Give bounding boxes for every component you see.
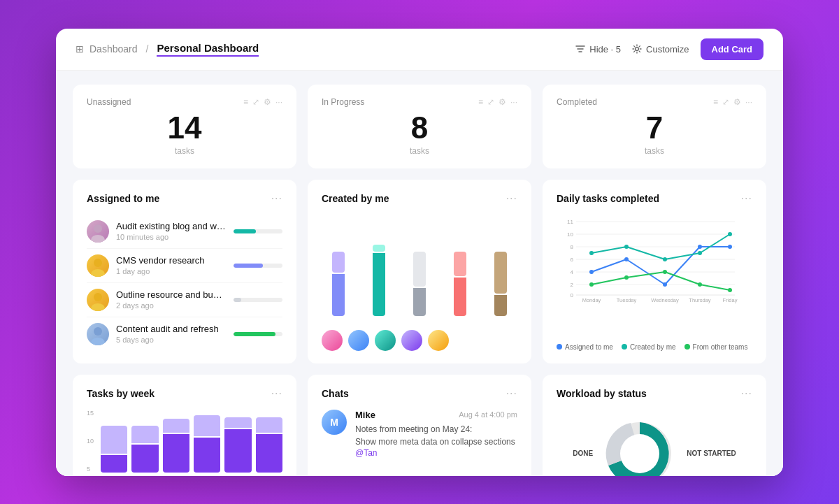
bottom-row: Tasks by week ··· 15 10 5	[73, 375, 766, 476]
breadcrumb-separator: /	[146, 43, 149, 55]
mini-avatar-5	[428, 330, 449, 351]
avatar	[87, 254, 109, 277]
mini-avatar-1	[322, 330, 343, 351]
task-name: Audit existing blog and website	[116, 221, 227, 231]
created-menu[interactable]: ···	[506, 192, 517, 205]
svg-text:8: 8	[571, 244, 574, 250]
add-card-button[interactable]: Add Card	[701, 38, 764, 60]
created-title: Created by me	[322, 193, 389, 204]
chats-menu[interactable]: ···	[506, 387, 517, 400]
chat-item: M Mike Aug 4 at 4:00 pm Notes from meeti…	[322, 410, 517, 458]
pie-label-not-started: NOT STARTED	[687, 449, 736, 457]
bar-segment-bot	[373, 253, 385, 316]
filter-icon-stat2[interactable]: ≡	[478, 97, 483, 107]
bar-stack	[322, 252, 355, 316]
progress-bar-wrap	[234, 298, 282, 302]
chart-legend: Assigned to me Created by me From other …	[557, 343, 752, 351]
svg-point-28	[589, 270, 594, 274]
legend-item-other: From other teams	[684, 343, 748, 351]
task-info: Content audit and refresh 5 days ago	[116, 324, 227, 344]
settings-icon-stat3[interactable]: ⚙	[733, 97, 741, 107]
chat-avatar: M	[322, 410, 347, 435]
stat-number-unassigned: 14	[87, 113, 282, 143]
widgets-row: Assigned to me ··· Audit existing blog a…	[73, 180, 766, 363]
svg-point-6	[91, 303, 105, 311]
breadcrumb-dashboard[interactable]: Dashboard	[89, 43, 138, 55]
svg-point-3	[94, 259, 102, 267]
workload-menu[interactable]: ···	[741, 387, 752, 400]
svg-point-0	[636, 48, 639, 51]
mini-avatar-3	[375, 330, 396, 351]
assigned-menu[interactable]: ···	[271, 192, 282, 205]
mini-avatar-4	[401, 330, 422, 351]
task-progress	[234, 332, 282, 336]
avatar	[87, 220, 109, 243]
main-content: Unassigned ≡ ⤢ ⚙ ··· 14 tasks In Progres…	[56, 71, 783, 476]
stat-card-unassigned: Unassigned ≡ ⤢ ⚙ ··· 14 tasks	[73, 85, 296, 168]
chart-bar-4	[443, 252, 477, 316]
bar-segment-top	[454, 252, 466, 276]
task-info: Outline resource and budget needs 2 days…	[116, 289, 227, 310]
stat-label-unassigned: Unassigned	[87, 97, 131, 107]
bar-segment-bot	[332, 274, 345, 316]
task-progress	[234, 264, 282, 268]
svg-point-8	[91, 338, 105, 345]
week-bar-3	[163, 419, 189, 473]
bar-segment-bot	[494, 295, 507, 316]
header-left: ⊞ Dashboard / Personal Dashboard	[76, 42, 259, 57]
svg-point-30	[663, 282, 667, 287]
svg-point-41	[698, 282, 702, 287]
stat-sublabel-inprogress: tasks	[322, 146, 517, 156]
pie-wrap: DONE NOT STARTED	[557, 415, 752, 476]
chart-bar-5	[484, 252, 517, 316]
tasks-by-week-menu[interactable]: ···	[271, 387, 282, 400]
chat-mention[interactable]: @Tan	[355, 448, 517, 458]
filter-icon	[575, 44, 585, 54]
task-name: Content audit and refresh	[116, 324, 227, 334]
settings-icon-stat[interactable]: ⚙	[264, 97, 271, 107]
more-icon-stat[interactable]: ···	[275, 97, 282, 107]
gear-icon	[632, 44, 642, 54]
legend-label-assigned: Assigned to me	[565, 343, 613, 351]
more-icon-stat2[interactable]: ···	[510, 97, 517, 107]
more-icon-stat3[interactable]: ···	[745, 97, 752, 107]
workload-title: Workload by status	[557, 388, 647, 399]
svg-point-44	[620, 434, 659, 473]
progress-bar-fill	[234, 264, 263, 268]
svg-point-5	[94, 293, 102, 301]
tasks-by-week-header: Tasks by week ···	[87, 387, 282, 400]
filter-icon-stat3[interactable]: ≡	[713, 97, 718, 107]
expand-icon-stat3[interactable]: ⤢	[722, 97, 729, 107]
chat-header-row: Mike Aug 4 at 4:00 pm	[355, 410, 517, 420]
dashboard-icon: ⊞	[76, 43, 84, 55]
stat-sublabel-unassigned: tasks	[87, 146, 282, 156]
customize-button[interactable]: Customize	[632, 44, 689, 55]
progress-bar-fill	[234, 332, 275, 336]
created-by-me-card: Created by me ···	[308, 180, 531, 363]
task-info: CMS vendor research 1 day ago	[116, 255, 227, 275]
breadcrumb-current: Personal Dashboard	[157, 42, 259, 57]
hide-button[interactable]: Hide · 5	[575, 44, 621, 55]
daily-menu[interactable]: ···	[741, 192, 752, 205]
chart-bar-1	[322, 252, 355, 316]
mini-avatar-2	[348, 330, 369, 351]
svg-point-2	[91, 235, 105, 243]
filter-icon-stat[interactable]: ≡	[243, 97, 248, 107]
week-bar-1	[101, 426, 127, 473]
tasks-by-week-title: Tasks by week	[87, 388, 155, 399]
chat-time: Aug 4 at 4:00 pm	[459, 410, 517, 419]
task-time: 2 days ago	[116, 301, 227, 310]
created-header: Created by me ···	[322, 192, 517, 205]
expand-icon-stat[interactable]: ⤢	[252, 97, 259, 107]
svg-point-40	[663, 270, 667, 274]
svg-text:6: 6	[571, 257, 574, 263]
svg-point-38	[589, 282, 594, 287]
progress-bar-wrap	[234, 264, 282, 268]
svg-point-34	[624, 245, 629, 249]
week-bar-5	[224, 417, 251, 473]
svg-point-39	[624, 275, 629, 280]
settings-icon-stat2[interactable]: ⚙	[499, 97, 506, 107]
svg-point-4	[91, 269, 105, 277]
task-progress	[234, 229, 282, 233]
expand-icon-stat2[interactable]: ⤢	[487, 97, 494, 107]
